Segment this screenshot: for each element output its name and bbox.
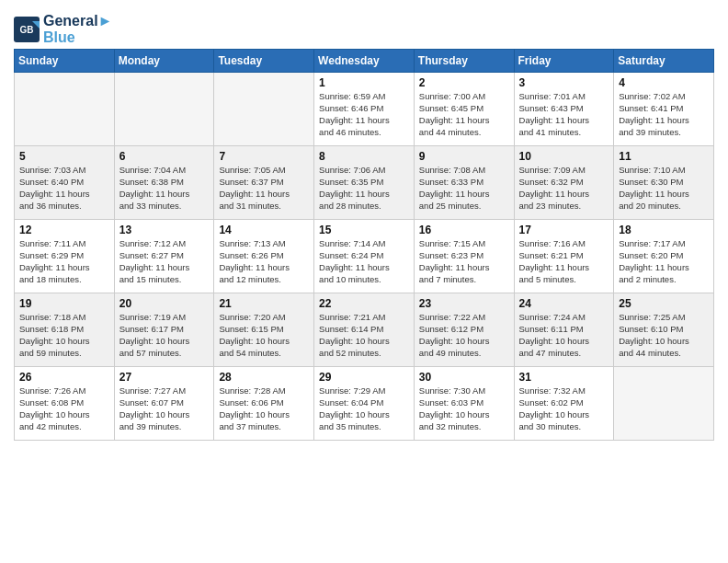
calendar-cell: 25Sunrise: 7:25 AM Sunset: 6:10 PM Dayli… — [614, 293, 714, 367]
logo-icon: GB — [14, 17, 40, 42]
calendar-cell: 26Sunrise: 7:26 AM Sunset: 6:08 PM Dayli… — [15, 367, 115, 441]
calendar-cell: 29Sunrise: 7:29 AM Sunset: 6:04 PM Dayli… — [314, 367, 415, 441]
calendar-cell: 17Sunrise: 7:16 AM Sunset: 6:21 PM Dayli… — [514, 220, 614, 293]
day-info: Sunrise: 7:28 AM Sunset: 6:06 PM Dayligh… — [219, 385, 309, 432]
calendar-cell: 30Sunrise: 7:30 AM Sunset: 6:03 PM Dayli… — [414, 367, 514, 441]
day-number: 14 — [219, 224, 309, 236]
calendar-cell: 4Sunrise: 7:02 AM Sunset: 6:41 PM Daylig… — [614, 73, 714, 146]
day-number: 25 — [619, 297, 709, 310]
day-info: Sunrise: 7:01 AM Sunset: 6:43 PM Dayligh… — [519, 91, 609, 138]
calendar-cell: 24Sunrise: 7:24 AM Sunset: 6:11 PM Dayli… — [514, 293, 614, 367]
calendar-cell — [614, 367, 714, 441]
calendar-cell: 10Sunrise: 7:09 AM Sunset: 6:32 PM Dayli… — [514, 146, 614, 220]
calendar-cell: 20Sunrise: 7:19 AM Sunset: 6:17 PM Dayli… — [114, 293, 214, 367]
calendar-cell: 8Sunrise: 7:06 AM Sunset: 6:35 PM Daylig… — [314, 146, 415, 220]
calendar-cell: 19Sunrise: 7:18 AM Sunset: 6:18 PM Dayli… — [15, 293, 115, 367]
weekday-header-friday: Friday — [514, 50, 614, 73]
calendar-cell — [214, 73, 314, 146]
calendar-cell: 12Sunrise: 7:11 AM Sunset: 6:29 PM Dayli… — [15, 220, 115, 293]
day-info: Sunrise: 7:03 AM Sunset: 6:40 PM Dayligh… — [19, 165, 109, 212]
day-info: Sunrise: 7:04 AM Sunset: 6:38 PM Dayligh… — [119, 165, 210, 212]
day-info: Sunrise: 7:05 AM Sunset: 6:37 PM Dayligh… — [219, 165, 309, 212]
day-info: Sunrise: 7:19 AM Sunset: 6:17 PM Dayligh… — [119, 312, 210, 359]
day-info: Sunrise: 7:32 AM Sunset: 6:02 PM Dayligh… — [519, 385, 609, 432]
day-number: 3 — [519, 76, 609, 89]
day-number: 21 — [219, 297, 309, 310]
day-info: Sunrise: 7:14 AM Sunset: 6:24 PM Dayligh… — [319, 238, 409, 285]
weekday-header-sunday: Sunday — [15, 50, 115, 73]
day-number: 7 — [219, 150, 309, 163]
day-number: 24 — [519, 297, 609, 310]
calendar-cell — [15, 73, 115, 146]
day-number: 4 — [619, 76, 709, 89]
day-number: 26 — [19, 371, 109, 384]
calendar-week-5: 26Sunrise: 7:26 AM Sunset: 6:08 PM Dayli… — [15, 367, 714, 441]
calendar-week-3: 12Sunrise: 7:11 AM Sunset: 6:29 PM Dayli… — [15, 220, 714, 293]
weekday-header-tuesday: Tuesday — [214, 50, 314, 73]
day-info: Sunrise: 7:11 AM Sunset: 6:29 PM Dayligh… — [19, 238, 109, 285]
day-info: Sunrise: 7:06 AM Sunset: 6:35 PM Dayligh… — [319, 165, 409, 212]
header: GB General► Blue — [14, 9, 714, 45]
calendar-cell: 7Sunrise: 7:05 AM Sunset: 6:37 PM Daylig… — [214, 146, 314, 220]
weekday-header-thursday: Thursday — [414, 50, 514, 73]
day-info: Sunrise: 7:18 AM Sunset: 6:18 PM Dayligh… — [19, 312, 109, 359]
day-number: 11 — [619, 150, 709, 163]
calendar-cell: 6Sunrise: 7:04 AM Sunset: 6:38 PM Daylig… — [114, 146, 214, 220]
calendar-cell: 21Sunrise: 7:20 AM Sunset: 6:15 PM Dayli… — [214, 293, 314, 367]
calendar-cell: 16Sunrise: 7:15 AM Sunset: 6:23 PM Dayli… — [414, 220, 514, 293]
calendar-cell: 11Sunrise: 7:10 AM Sunset: 6:30 PM Dayli… — [614, 146, 714, 220]
day-number: 9 — [419, 150, 509, 163]
day-info: Sunrise: 7:17 AM Sunset: 6:20 PM Dayligh… — [619, 238, 709, 285]
day-number: 19 — [19, 297, 109, 310]
day-info: Sunrise: 7:08 AM Sunset: 6:33 PM Dayligh… — [419, 165, 509, 212]
day-number: 2 — [419, 76, 509, 89]
day-info: Sunrise: 7:02 AM Sunset: 6:41 PM Dayligh… — [619, 91, 709, 138]
day-number: 31 — [519, 371, 609, 384]
day-number: 5 — [19, 150, 109, 163]
calendar-cell: 2Sunrise: 7:00 AM Sunset: 6:45 PM Daylig… — [414, 73, 514, 146]
day-number: 23 — [419, 297, 509, 310]
day-number: 1 — [319, 76, 409, 89]
day-info: Sunrise: 7:13 AM Sunset: 6:26 PM Dayligh… — [219, 238, 309, 285]
day-number: 28 — [219, 371, 309, 384]
day-number: 29 — [319, 371, 409, 384]
weekday-header-saturday: Saturday — [614, 50, 714, 73]
calendar-cell: 18Sunrise: 7:17 AM Sunset: 6:20 PM Dayli… — [614, 220, 714, 293]
day-info: Sunrise: 7:16 AM Sunset: 6:21 PM Dayligh… — [519, 238, 609, 285]
weekday-header-row: SundayMondayTuesdayWednesdayThursdayFrid… — [15, 50, 714, 73]
calendar-cell: 1Sunrise: 6:59 AM Sunset: 6:46 PM Daylig… — [314, 73, 415, 146]
calendar-cell: 9Sunrise: 7:08 AM Sunset: 6:33 PM Daylig… — [414, 146, 514, 220]
calendar-week-2: 5Sunrise: 7:03 AM Sunset: 6:40 PM Daylig… — [15, 146, 714, 220]
logo-text: General► Blue — [43, 13, 112, 45]
day-info: Sunrise: 6:59 AM Sunset: 6:46 PM Dayligh… — [319, 91, 409, 138]
day-info: Sunrise: 7:20 AM Sunset: 6:15 PM Dayligh… — [219, 312, 309, 359]
day-number: 12 — [19, 224, 109, 236]
calendar-cell: 27Sunrise: 7:27 AM Sunset: 6:07 PM Dayli… — [114, 367, 214, 441]
weekday-header-monday: Monday — [114, 50, 214, 73]
calendar-cell: 14Sunrise: 7:13 AM Sunset: 6:26 PM Dayli… — [214, 220, 314, 293]
calendar-cell: 23Sunrise: 7:22 AM Sunset: 6:12 PM Dayli… — [414, 293, 514, 367]
day-info: Sunrise: 7:10 AM Sunset: 6:30 PM Dayligh… — [619, 165, 709, 212]
logo: GB General► Blue — [14, 13, 112, 45]
calendar-cell: 13Sunrise: 7:12 AM Sunset: 6:27 PM Dayli… — [114, 220, 214, 293]
day-info: Sunrise: 7:12 AM Sunset: 6:27 PM Dayligh… — [119, 238, 210, 285]
day-number: 8 — [319, 150, 409, 163]
day-info: Sunrise: 7:22 AM Sunset: 6:12 PM Dayligh… — [419, 312, 509, 359]
day-number: 17 — [519, 224, 609, 236]
calendar-cell: 31Sunrise: 7:32 AM Sunset: 6:02 PM Dayli… — [514, 367, 614, 441]
calendar-cell: 22Sunrise: 7:21 AM Sunset: 6:14 PM Dayli… — [314, 293, 415, 367]
day-info: Sunrise: 7:00 AM Sunset: 6:45 PM Dayligh… — [419, 91, 509, 138]
day-info: Sunrise: 7:09 AM Sunset: 6:32 PM Dayligh… — [519, 165, 609, 212]
day-number: 13 — [119, 224, 210, 236]
day-info: Sunrise: 7:26 AM Sunset: 6:08 PM Dayligh… — [19, 385, 109, 432]
day-number: 27 — [119, 371, 210, 384]
calendar-cell: 15Sunrise: 7:14 AM Sunset: 6:24 PM Dayli… — [314, 220, 415, 293]
day-number: 15 — [319, 224, 409, 236]
calendar-table: SundayMondayTuesdayWednesdayThursdayFrid… — [14, 49, 714, 441]
day-info: Sunrise: 7:27 AM Sunset: 6:07 PM Dayligh… — [119, 385, 210, 432]
svg-text:GB: GB — [20, 25, 34, 35]
day-number: 6 — [119, 150, 210, 163]
calendar-cell: 5Sunrise: 7:03 AM Sunset: 6:40 PM Daylig… — [15, 146, 115, 220]
day-info: Sunrise: 7:25 AM Sunset: 6:10 PM Dayligh… — [619, 312, 709, 359]
day-number: 20 — [119, 297, 210, 310]
